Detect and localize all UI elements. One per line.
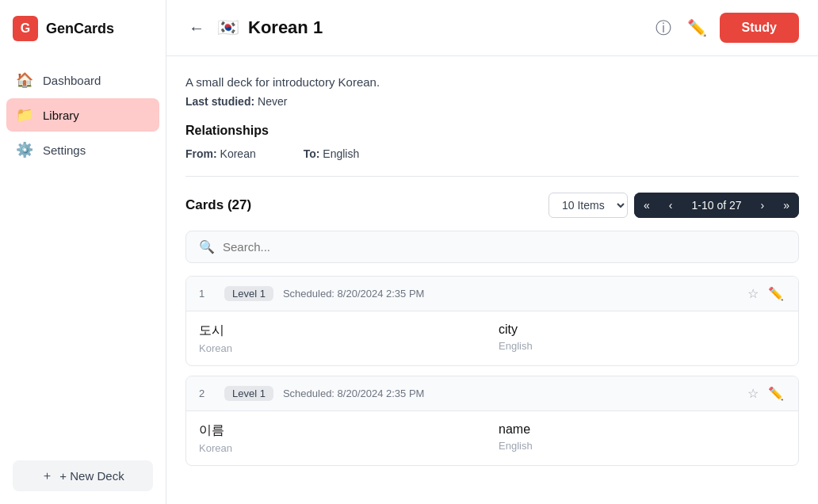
card-content-row: 도시 Korean city English [186,311,798,365]
logo-icon: G [13,16,38,41]
front-lang: Korean [199,342,486,354]
app-name: GenCards [46,21,114,37]
deck-description: A small deck for introductory Korean. [185,75,799,89]
card-front: 도시 Korean [199,323,486,354]
header-actions: ⓘ ✏️ Study [652,13,799,43]
prev-page-button[interactable]: ‹ [659,193,682,218]
front-lang: Korean [199,442,486,454]
card-back: city English [499,323,786,354]
deck-title: Korean 1 [248,17,643,38]
to-field: To: English [304,147,360,160]
sidebar-label-library: Library [43,109,79,122]
card-actions: ☆ ✏️ [746,284,786,303]
back-lang: English [499,340,786,352]
edit-button[interactable]: ✏️ [684,15,710,40]
card-meta-row: 1 Level 1 Scheduled: 8/20/2024 2:35 PM ☆… [186,277,798,311]
sidebar-nav: 🏠Dashboard📁Library⚙️Settings [0,57,166,448]
last-studied-label: Last studied: [185,95,254,108]
deck-emoji: 🇰🇷 [217,17,239,38]
search-icon: 🔍 [199,239,215,254]
next-page-button[interactable]: › [751,193,774,218]
card-group: 2 Level 1 Scheduled: 8/20/2024 2:35 PM ☆… [185,376,799,466]
dashboard-icon: 🏠 [16,71,33,89]
card-back: name English [499,422,786,454]
card-actions: ☆ ✏️ [746,384,786,403]
first-page-button[interactable]: « [634,193,659,218]
back-lang: English [499,440,786,452]
to-value: English [323,147,359,160]
sidebar-item-library[interactable]: 📁Library [6,98,159,132]
page-header: ← 🇰🇷 Korean 1 ⓘ ✏️ Study [166,0,818,56]
info-button[interactable]: ⓘ [652,14,675,42]
back-word: city [499,323,786,337]
star-button[interactable]: ☆ [746,384,760,403]
pagination: « ‹ 1-10 of 27 › » [634,193,799,218]
content-area: A small deck for introductory Korean. La… [166,56,818,504]
sidebar: G GenCards 🏠Dashboard📁Library⚙️Settings … [0,0,166,504]
relationships-section: Relationships From: Korean To: English [185,124,799,160]
last-page-button[interactable]: » [774,193,799,218]
scheduled-date: Scheduled: 8/20/2024 2:35 PM [283,388,736,399]
level-badge: Level 1 [224,386,273,401]
relationships-row: From: Korean To: English [185,147,799,160]
relationships-title: Relationships [185,124,799,138]
front-word: 도시 [199,323,486,339]
study-button[interactable]: Study [720,13,799,43]
from-label: From: [185,147,217,160]
last-studied: Last studied: Never [185,95,799,108]
card-number: 1 [199,288,215,300]
card-meta-row: 2 Level 1 Scheduled: 8/20/2024 2:35 PM ☆… [186,376,798,411]
from-field: From: Korean [185,147,256,160]
card-front: 이름 Korean [199,422,486,454]
card-content-row: 이름 Korean name English [186,411,798,465]
page-range: 1-10 of 27 [682,193,751,218]
card-list: 1 Level 1 Scheduled: 8/20/2024 2:35 PM ☆… [185,276,799,466]
app-logo: G GenCards [0,0,166,57]
star-button[interactable]: ☆ [746,284,760,303]
main-content: ← 🇰🇷 Korean 1 ⓘ ✏️ Study A small deck fo… [166,0,818,504]
sidebar-label-dashboard: Dashboard [43,74,101,87]
library-icon: 📁 [16,106,33,124]
sidebar-item-dashboard[interactable]: 🏠Dashboard [6,63,159,97]
sidebar-item-settings[interactable]: ⚙️Settings [6,133,159,166]
from-value: Korean [220,147,256,160]
sidebar-label-settings: Settings [43,143,86,157]
back-word: name [499,422,786,437]
sidebar-footer: ＋ + New Deck [0,448,166,504]
items-per-page-select[interactable]: 10 Items 25 Items 50 Items [549,193,628,218]
card-group: 1 Level 1 Scheduled: 8/20/2024 2:35 PM ☆… [185,276,799,366]
edit-card-button[interactable]: ✏️ [766,384,786,403]
card-number: 2 [199,388,215,399]
last-studied-value: Never [258,95,287,108]
cards-controls: 10 Items 25 Items 50 Items « ‹ 1-10 of 2… [549,193,799,218]
level-badge: Level 1 [224,286,273,301]
new-deck-button[interactable]: ＋ + New Deck [13,460,153,491]
settings-icon: ⚙️ [16,141,33,158]
search-bar: 🔍 [185,231,799,263]
divider [185,176,799,177]
new-deck-label: + New Deck [59,469,124,483]
cards-title: Cards (27) [185,197,251,213]
cards-header: Cards (27) 10 Items 25 Items 50 Items « … [185,193,799,218]
scheduled-date: Scheduled: 8/20/2024 2:35 PM [283,288,736,300]
plus-icon: ＋ [41,468,53,483]
search-input[interactable] [223,240,786,254]
to-label: To: [304,147,320,160]
edit-card-button[interactable]: ✏️ [766,284,786,303]
back-button[interactable]: ← [185,16,208,40]
front-word: 이름 [199,422,486,439]
